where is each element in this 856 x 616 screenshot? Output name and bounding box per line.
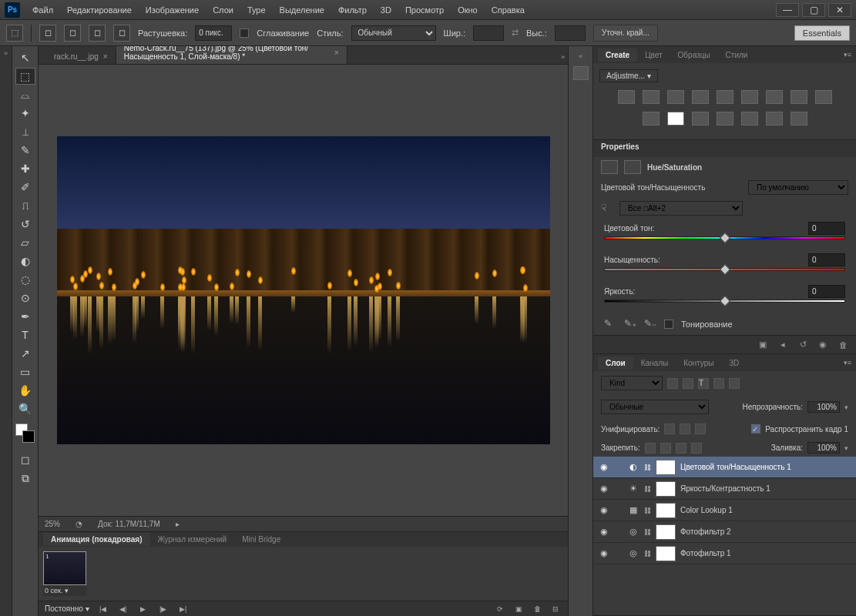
tab-3d[interactable]: 3D <box>721 357 747 370</box>
opacity-flyout-icon[interactable]: ▾ <box>844 403 848 411</box>
frame-duration[interactable]: 0 сек. ▾ <box>43 585 86 596</box>
maximize-button[interactable]: ▢ <box>802 3 825 17</box>
status-arrow-icon[interactable]: ▸ <box>176 520 180 528</box>
lock-trans-icon[interactable] <box>645 443 656 454</box>
last-frame-button[interactable]: ▶| <box>177 604 190 614</box>
trash-icon[interactable]: 🗑 <box>836 339 850 351</box>
layer-row[interactable]: ◉ ◎ ⛓ Фотофильтр 2 <box>593 521 856 543</box>
finger-icon[interactable]: ☟ <box>601 203 613 215</box>
brush-tool[interactable]: ✐ <box>15 179 35 196</box>
menu-help[interactable]: Справка <box>485 3 531 17</box>
tween-button[interactable]: ⟳ <box>494 604 506 614</box>
curves-icon[interactable] <box>667 90 684 104</box>
layer-mask-thumb[interactable] <box>656 503 676 518</box>
loop-mode[interactable]: Постоянно ▾ <box>45 604 89 613</box>
channelmixer-icon[interactable] <box>643 112 660 126</box>
brightness-icon[interactable] <box>618 90 635 104</box>
tab-paths[interactable]: Контуры <box>676 357 721 370</box>
visibility-toggle[interactable]: ◉ <box>598 504 610 517</box>
workspace-essentials-button[interactable]: Essentials <box>794 25 850 41</box>
next-frame-button[interactable]: |▶ <box>157 604 170 614</box>
lasso-tool[interactable]: ⌓ <box>15 86 35 103</box>
sub-selection-icon[interactable]: ◻ <box>89 25 106 42</box>
refine-edge-button[interactable]: Уточн. край... <box>593 25 658 42</box>
hue-icon[interactable] <box>741 90 758 104</box>
bw-icon[interactable] <box>791 90 807 104</box>
opacity-input[interactable] <box>807 401 840 413</box>
quickmask-tool[interactable]: ◻ <box>15 451 35 468</box>
layer-mask-thumb[interactable] <box>656 524 676 540</box>
menu-edit[interactable]: Редактирование <box>61 3 138 17</box>
vibrance-icon[interactable] <box>717 90 733 104</box>
height-input[interactable] <box>555 25 586 41</box>
add-selection-icon[interactable]: ◻ <box>64 25 81 42</box>
eyedropper-add-icon[interactable]: ✎₊ <box>624 318 636 330</box>
tab-create[interactable]: Create <box>598 49 637 62</box>
invert-icon[interactable] <box>692 112 709 126</box>
layer-mask-thumb[interactable] <box>656 546 676 561</box>
tab-close-icon[interactable]: × <box>334 49 339 57</box>
type-tool[interactable]: T <box>15 326 35 343</box>
filter-adjust-icon[interactable] <box>683 378 693 389</box>
levels-icon[interactable] <box>643 90 660 104</box>
delete-frame-button[interactable]: 🗑 <box>531 604 543 614</box>
gradient-tool[interactable]: ◐ <box>15 253 35 270</box>
zoom-level[interactable]: 25% <box>45 520 60 528</box>
menu-view[interactable]: Просмотр <box>399 3 450 17</box>
menu-window[interactable]: Окно <box>451 3 484 17</box>
visibility-icon[interactable]: ◉ <box>816 339 830 351</box>
panel-menu-icon[interactable]: ▾≡ <box>839 51 856 59</box>
tab-styles[interactable]: Стили <box>718 49 756 62</box>
link-icon[interactable]: ⛓ <box>644 550 651 557</box>
heal-tool[interactable]: ✚ <box>15 160 35 177</box>
eyedropper-sub-icon[interactable]: ✎₋ <box>644 318 656 330</box>
selective-icon[interactable] <box>791 112 807 126</box>
lightness-slider[interactable] <box>604 300 845 309</box>
filter-smart-icon[interactable] <box>729 378 740 389</box>
filter-pixel-icon[interactable] <box>667 378 678 389</box>
lock-pos-icon[interactable] <box>676 443 686 454</box>
mask-icon[interactable] <box>624 160 641 174</box>
colorbalance-icon[interactable] <box>766 90 783 104</box>
photofilter-icon[interactable] <box>815 90 832 104</box>
collapse-chevron-icon[interactable]: « <box>579 52 582 60</box>
visibility-toggle[interactable]: ◉ <box>598 483 610 495</box>
prev-state-icon[interactable]: ◂ <box>776 339 790 351</box>
menu-file[interactable]: Файл <box>26 3 59 17</box>
visibility-toggle[interactable]: ◉ <box>598 461 610 474</box>
blend-mode-select[interactable]: Обычные <box>601 400 709 414</box>
channel-select[interactable]: Все □Alt+2 <box>619 201 743 216</box>
menu-image[interactable]: Изображение <box>139 3 205 17</box>
stamp-tool[interactable]: ⎍ <box>15 197 35 214</box>
move-tool[interactable]: ↖ <box>15 49 35 66</box>
fill-input[interactable] <box>807 442 840 454</box>
intersect-selection-icon[interactable]: ◻ <box>113 25 130 42</box>
saturation-input[interactable] <box>808 253 845 266</box>
swap-icon[interactable]: ⇄ <box>512 28 519 38</box>
layer-mask-thumb[interactable] <box>656 460 676 475</box>
filter-shape-icon[interactable] <box>713 378 724 389</box>
tab-close-icon[interactable]: × <box>103 52 108 61</box>
tab-animation[interactable]: Анимация (покадровая) <box>43 533 150 546</box>
tab-minibridge[interactable]: Mini Bridge <box>234 533 288 546</box>
menu-type[interactable]: Туре <box>241 3 272 17</box>
blur-tool[interactable]: ◌ <box>15 271 35 288</box>
mini-panel-icon[interactable] <box>573 66 589 80</box>
tab-swatches[interactable]: Образцы <box>670 49 718 62</box>
hue-slider[interactable] <box>604 236 845 246</box>
eraser-tool[interactable]: ▱ <box>15 234 35 251</box>
canvas[interactable] <box>39 65 568 516</box>
layer-mask-thumb[interactable] <box>656 481 676 497</box>
feather-input[interactable] <box>195 25 232 41</box>
background-swatch[interactable] <box>22 430 35 443</box>
zoom-tool[interactable]: 🔍 <box>15 400 35 417</box>
width-input[interactable] <box>473 25 504 41</box>
link-icon[interactable]: ⛓ <box>644 528 651 536</box>
propagate-checkbox[interactable]: ✓ <box>751 424 760 434</box>
threshold-icon[interactable] <box>741 112 758 126</box>
menu-3d[interactable]: 3D <box>374 3 398 17</box>
tab-channels[interactable]: Каналы <box>633 357 676 370</box>
lock-pixel-icon[interactable] <box>660 443 671 454</box>
style-select[interactable]: Обычный <box>351 25 436 41</box>
pen-tool[interactable]: ✒ <box>15 308 35 325</box>
